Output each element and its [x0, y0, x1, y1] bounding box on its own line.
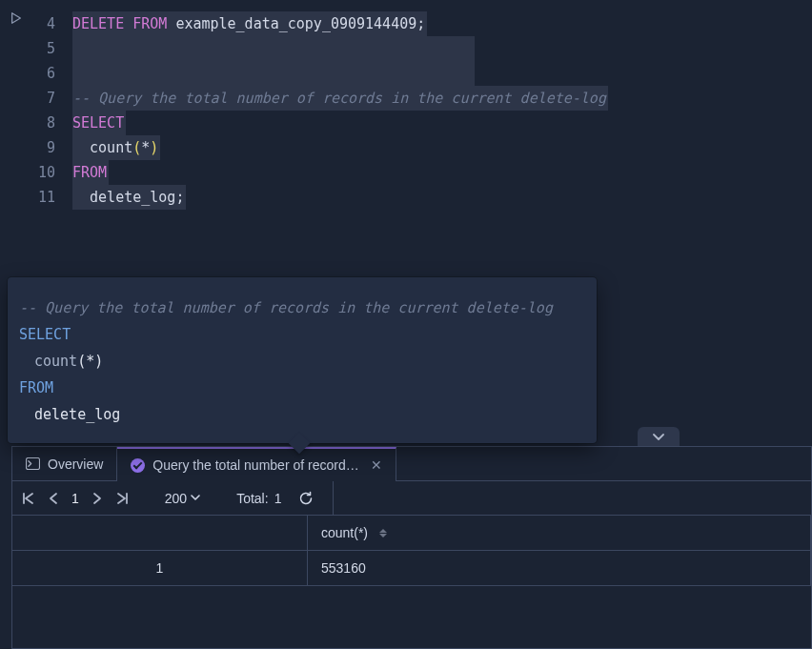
close-icon[interactable]: ✕: [371, 457, 382, 473]
current-page: 1: [71, 491, 79, 506]
code-line[interactable]: count(*): [72, 135, 812, 160]
chevron-down-icon: [653, 434, 664, 441]
total-value: 1: [274, 491, 282, 506]
page-size-select[interactable]: 200: [165, 491, 200, 506]
svg-rect-1: [27, 457, 40, 469]
line-number: 4: [21, 11, 55, 36]
sql-editor[interactable]: 4567891011 DELETE FROM example_data_copy…: [0, 0, 812, 210]
prev-page-button[interactable]: [49, 492, 58, 505]
tab-overview-label: Overview: [48, 456, 103, 472]
tab-overview[interactable]: Overview: [12, 447, 117, 480]
chevron-down-icon: [191, 495, 200, 501]
run-gutter: [0, 11, 21, 210]
success-badge-icon: [131, 458, 145, 473]
code-line[interactable]: [72, 36, 812, 61]
column-header-count[interactable]: count(*): [308, 516, 811, 551]
page-size-value: 200: [165, 491, 187, 506]
popup-line: FROM: [19, 375, 585, 401]
cell-count[interactable]: 553160: [308, 551, 811, 586]
code-line[interactable]: -- Query the total number of records in …: [72, 86, 812, 111]
code-area[interactable]: DELETE FROM example_data_copy_0909144409…: [72, 11, 812, 210]
terminal-icon: [26, 457, 40, 470]
total-label: Total:: [236, 491, 268, 506]
code-line[interactable]: FROM: [72, 160, 812, 185]
first-page-button[interactable]: [22, 492, 35, 505]
cell-rownum[interactable]: 1: [12, 551, 308, 586]
next-page-button[interactable]: [92, 492, 102, 505]
query-preview-popup: -- Query the total number of records in …: [8, 277, 597, 443]
line-number: 10: [21, 160, 55, 185]
code-line[interactable]: delete_log;: [72, 185, 812, 210]
results-grid: count(*) 1 553160: [12, 516, 811, 586]
code-line[interactable]: SELECT: [72, 111, 812, 135]
run-icon[interactable]: [10, 11, 21, 25]
divider: [333, 481, 334, 515]
line-number: 8: [21, 111, 55, 135]
popup-line: count(*): [19, 348, 585, 375]
tab-query-result[interactable]: Query the total number of record… ✕: [117, 447, 396, 481]
column-header-count-label: count(*): [321, 525, 368, 540]
pager-toolbar: 1 200 Total: 1: [12, 481, 811, 516]
line-number: 11: [21, 185, 55, 210]
panel-collapse-button[interactable]: [638, 427, 680, 448]
results-tabs: Overview Query the total number of recor…: [12, 447, 811, 481]
sort-icon[interactable]: [379, 529, 387, 537]
column-header-rownum[interactable]: [12, 516, 308, 551]
svg-marker-0: [12, 13, 21, 24]
results-panel: Overview Query the total number of recor…: [11, 446, 812, 649]
popup-line: -- Query the total number of records in …: [19, 294, 585, 321]
popup-line: delete_log: [19, 401, 585, 428]
line-number: 7: [21, 86, 55, 111]
line-number: 5: [21, 36, 55, 61]
last-page-button[interactable]: [115, 492, 129, 505]
line-number: 6: [21, 61, 55, 86]
line-number-gutter: 4567891011: [21, 11, 72, 210]
tab-query-result-label: Query the total number of record…: [152, 457, 358, 473]
refresh-button[interactable]: [298, 491, 314, 506]
popup-line: SELECT: [19, 321, 585, 348]
code-line[interactable]: [72, 61, 812, 86]
line-number: 9: [21, 135, 55, 160]
code-line[interactable]: DELETE FROM example_data_copy_0909144409…: [72, 11, 812, 36]
